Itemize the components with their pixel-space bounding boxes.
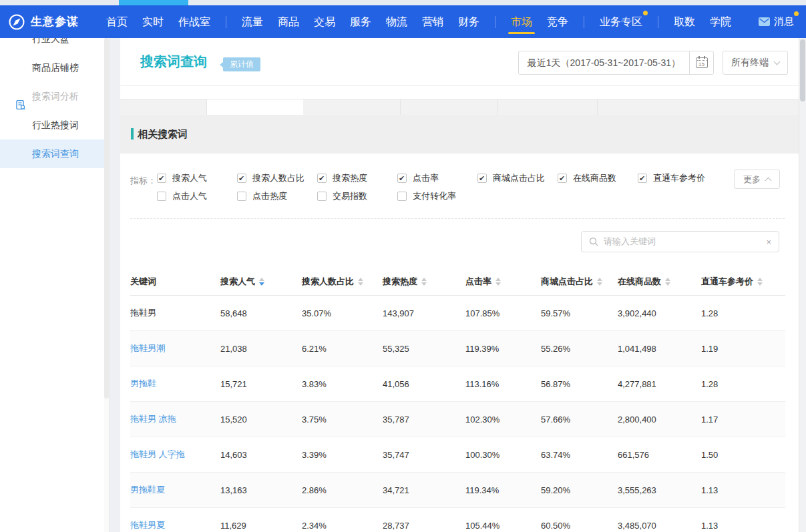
sidebar-item-行业大盘[interactable]: 行业大盘 xyxy=(0,38,109,53)
sort-desc-icon[interactable] xyxy=(495,282,501,286)
checkbox-checked-icon[interactable] xyxy=(157,174,166,183)
nav-item-竞争[interactable]: 竞争 xyxy=(547,5,568,38)
nav-item-作战室[interactable]: 作战室 xyxy=(178,5,210,38)
sort-asc-icon[interactable] xyxy=(358,278,363,281)
sidebar-scrollbar-thumb[interactable] xyxy=(104,38,109,398)
metric-checkbox-搜索热度[interactable]: 搜索热度 xyxy=(317,172,397,184)
sidebar-item-行业热搜词[interactable]: 行业热搜词 xyxy=(0,111,109,140)
metric-checkbox-在线商品数[interactable]: 在线商品数 xyxy=(558,172,638,184)
column-header-在线商品数[interactable]: 在线商品数 xyxy=(618,276,701,288)
value-cell: 3,555,263 xyxy=(618,485,701,495)
metric-checkbox-直通车参考价[interactable]: 直通车参考价 xyxy=(638,172,718,184)
sort-arrows-icon[interactable] xyxy=(597,278,602,286)
keyword-link[interactable]: 拖鞋男潮 xyxy=(130,343,165,353)
metric-checkbox-商城点击占比[interactable]: 商城点击占比 xyxy=(477,172,558,184)
column-header-搜索热度[interactable]: 搜索热度 xyxy=(383,276,465,288)
nav-item-业务专区[interactable]: 业务专区 xyxy=(600,5,642,38)
sort-asc-icon[interactable] xyxy=(665,278,670,281)
checkbox-checked-icon[interactable] xyxy=(477,174,487,183)
keyword-link[interactable]: 男拖鞋 xyxy=(130,378,156,388)
metric-checkbox-点击人气[interactable]: 点击人气 xyxy=(157,190,237,202)
nav-item-流量[interactable]: 流量 xyxy=(242,5,263,38)
checkbox-checked-icon[interactable] xyxy=(317,174,327,183)
checkbox-checked-icon[interactable] xyxy=(638,174,647,183)
sort-desc-icon[interactable] xyxy=(358,282,363,286)
nav-item-服务[interactable]: 服务 xyxy=(350,5,371,38)
calendar-button[interactable]: 15 xyxy=(689,51,713,75)
column-header-商城点击占比[interactable]: 商城点击占比 xyxy=(541,276,618,288)
sort-arrows-icon[interactable] xyxy=(665,278,670,286)
brand-logo[interactable]: 生意参谋 xyxy=(8,13,79,31)
keyword-link[interactable]: 拖鞋男 凉拖 xyxy=(130,414,176,424)
search-analysis-icon xyxy=(16,92,25,101)
column-header-搜索人数占比[interactable]: 搜索人数占比 xyxy=(302,276,383,288)
sort-asc-icon[interactable] xyxy=(597,278,602,281)
sidebar-item-搜索词分析: 搜索词分析 xyxy=(0,82,109,111)
metric-checkbox-交易指数[interactable]: 交易指数 xyxy=(317,190,397,202)
sidebar-item-商品店铺榜[interactable]: 商品店铺榜 xyxy=(0,53,109,82)
sort-arrows-icon[interactable] xyxy=(757,278,763,286)
nav-item-首页[interactable]: 首页 xyxy=(106,5,128,38)
checkbox-icon[interactable] xyxy=(157,192,166,201)
tab-2[interactable] xyxy=(207,99,304,115)
sort-desc-icon[interactable] xyxy=(597,282,602,286)
date-range-text[interactable]: 最近1天（2017-05-31~2017-05-31） xyxy=(519,51,689,74)
checkbox-checked-icon[interactable] xyxy=(237,174,246,183)
nav-item-营销[interactable]: 营销 xyxy=(422,5,443,38)
column-header-搜索人气[interactable]: 搜索人气 xyxy=(220,276,302,288)
vertical-scrollbar-thumb[interactable] xyxy=(800,39,805,101)
keyword-link[interactable]: 拖鞋男 人字拖 xyxy=(130,449,185,459)
nav-item-商品[interactable]: 商品 xyxy=(278,5,299,38)
tab-5[interactable] xyxy=(497,99,598,115)
sort-asc-icon[interactable] xyxy=(421,278,427,281)
tab-3[interactable] xyxy=(304,99,401,115)
sort-desc-icon[interactable] xyxy=(757,282,763,286)
sort-desc-icon[interactable] xyxy=(421,282,427,286)
sort-asc-icon[interactable] xyxy=(757,278,763,281)
column-header-点击率[interactable]: 点击率 xyxy=(465,276,541,288)
page-horizontal-scrollbar[interactable] xyxy=(0,0,806,5)
checkbox-checked-icon[interactable] xyxy=(558,174,567,183)
nav-item-物流[interactable]: 物流 xyxy=(386,5,407,38)
main-vertical-scrollbar[interactable] xyxy=(799,38,806,532)
checkbox-icon[interactable] xyxy=(237,192,246,201)
nav-item-实时[interactable]: 实时 xyxy=(142,5,164,38)
nav-item-取数[interactable]: 取数 xyxy=(674,5,695,38)
checkbox-checked-icon[interactable] xyxy=(397,174,407,183)
keyword-text: 拖鞋男 xyxy=(130,308,156,318)
metric-checkbox-点击率[interactable]: 点击率 xyxy=(397,172,477,184)
horizontal-scrollbar-thumb[interactable] xyxy=(119,0,188,5)
nav-item-学院[interactable]: 学院 xyxy=(710,5,731,38)
sort-arrows-icon[interactable] xyxy=(421,278,427,286)
metric-checkbox-支付转化率[interactable]: 支付转化率 xyxy=(397,190,477,202)
metric-checkbox-点击热度[interactable]: 点击热度 xyxy=(237,190,317,202)
keyword-search-input[interactable]: 请输入关键词 × xyxy=(581,231,779,252)
sort-asc-icon[interactable] xyxy=(495,278,501,281)
keyword-link[interactable]: 男拖鞋夏 xyxy=(130,485,165,495)
messages-button[interactable]: 消息 xyxy=(759,15,794,28)
sort-asc-icon[interactable] xyxy=(259,278,264,281)
sort-arrows-icon[interactable] xyxy=(358,278,363,286)
tab-6[interactable] xyxy=(598,99,799,115)
sidebar-item-搜索词查询[interactable]: 搜索词查询 xyxy=(0,140,109,168)
tab-4[interactable] xyxy=(401,99,497,115)
metric-checkbox-搜索人数占比[interactable]: 搜索人数占比 xyxy=(237,172,317,184)
sort-arrows-icon[interactable] xyxy=(259,278,264,286)
more-button[interactable]: 更多 xyxy=(734,170,780,189)
sidebar-scrollbar[interactable] xyxy=(104,38,109,532)
sort-desc-icon[interactable] xyxy=(665,282,670,286)
checkbox-icon[interactable] xyxy=(317,192,327,201)
nav-item-财务[interactable]: 财务 xyxy=(458,5,479,38)
keyword-link[interactable]: 拖鞋男夏 xyxy=(130,520,165,530)
tab-1[interactable] xyxy=(120,99,207,115)
column-header-直通车参考价[interactable]: 直通车参考价 xyxy=(701,276,785,288)
sort-arrows-icon[interactable] xyxy=(495,278,501,286)
clear-search-icon[interactable]: × xyxy=(766,238,771,246)
metric-checkbox-搜索人气[interactable]: 搜索人气 xyxy=(157,172,237,184)
nav-item-交易[interactable]: 交易 xyxy=(314,5,335,38)
nav-item-市场[interactable]: 市场 xyxy=(511,5,532,38)
value-cell: 2.86% xyxy=(302,485,383,495)
terminal-select[interactable]: 所有终端 xyxy=(723,51,788,75)
sort-desc-icon[interactable] xyxy=(259,282,264,286)
checkbox-icon[interactable] xyxy=(397,192,407,201)
